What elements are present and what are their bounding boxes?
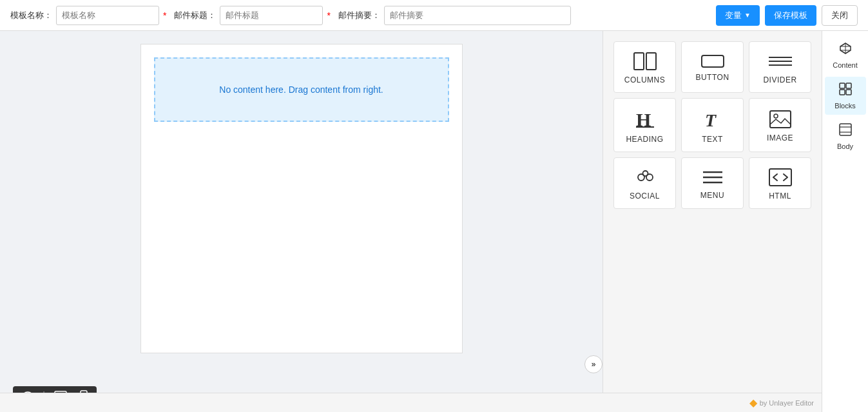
content-item-html[interactable]: HTML	[749, 157, 811, 209]
svg-rect-25	[840, 83, 845, 88]
social-icon	[633, 168, 657, 186]
image-icon	[769, 110, 791, 128]
svg-text:T: T	[705, 110, 717, 130]
unlayer-logo-icon: ◆	[749, 397, 757, 409]
divider-icon	[769, 52, 792, 70]
svg-rect-29	[840, 124, 851, 135]
menu-icon	[702, 169, 724, 186]
blocks-tab-icon	[838, 82, 853, 99]
blocks-tab-label: Blocks	[834, 102, 855, 110]
sidebar-tabs: Content Blocks	[822, 31, 868, 412]
body-tab-label: Body	[837, 142, 853, 150]
columns-icon	[633, 52, 657, 70]
content-item-menu[interactable]: MENU	[681, 157, 744, 209]
drop-hint-text: No content here. Drag content from right…	[219, 84, 383, 95]
content-item-text[interactable]: T TEXT	[681, 98, 744, 152]
canvas-content: No content here. Drag content from right…	[140, 44, 463, 353]
drop-zone[interactable]: No content here. Drag content from right…	[154, 57, 449, 122]
svg-rect-28	[846, 90, 851, 95]
heading-icon: H	[635, 109, 655, 130]
variable-button[interactable]: 变量 ▼	[716, 5, 760, 26]
variable-arrow-icon: ▼	[744, 12, 751, 19]
content-item-heading[interactable]: H HEADING	[613, 98, 676, 152]
body-tab-icon	[838, 123, 853, 140]
close-button[interactable]: 关闭	[822, 5, 858, 26]
tab-content[interactable]: Content	[825, 36, 866, 74]
top-bar: 模板名称： * 邮件标题： * 邮件摘要： 变量 ▼ 保存模板 关闭	[0, 0, 868, 31]
svg-rect-9	[702, 55, 724, 67]
content-item-divider[interactable]: DIVIDER	[749, 41, 811, 93]
image-label: IMAGE	[767, 133, 793, 142]
template-name-input[interactable]	[56, 6, 159, 25]
content-tab-label: Content	[833, 61, 858, 69]
menu-label: MENU	[700, 191, 724, 200]
svg-point-20	[642, 171, 648, 176]
content-item-button[interactable]: BUTTON	[681, 41, 744, 93]
template-name-required: *	[163, 10, 166, 21]
svg-rect-16	[770, 111, 791, 128]
content-tab-icon	[838, 41, 853, 59]
tab-blocks[interactable]: Blocks	[825, 77, 866, 115]
right-panel: COLUMNS BUTTON	[603, 31, 868, 412]
top-bar-actions: 变量 ▼ 保存模板 关闭	[716, 5, 858, 26]
svg-rect-7	[634, 53, 644, 70]
columns-label: COLUMNS	[624, 75, 666, 84]
content-item-image[interactable]: IMAGE	[749, 98, 811, 152]
content-item-social[interactable]: SOCIAL	[613, 157, 676, 209]
email-summary-input[interactable]	[384, 6, 571, 25]
email-subject-field: 邮件标题： *	[174, 6, 330, 25]
heading-label: HEADING	[626, 135, 663, 144]
html-label: HTML	[769, 191, 791, 201]
collapse-icon: »	[592, 360, 596, 369]
main-layout: No content here. Drag content from right…	[0, 31, 868, 412]
button-icon	[701, 55, 724, 68]
email-subject-required: *	[327, 10, 330, 21]
email-summary-field: 邮件摘要：	[338, 6, 571, 25]
template-name-field: 模板名称： *	[10, 6, 166, 25]
button-label: BUTTON	[695, 73, 729, 82]
canvas-area: No content here. Drag content from right…	[0, 31, 603, 412]
save-button[interactable]: 保存模板	[765, 5, 816, 26]
html-icon	[769, 168, 792, 186]
svg-rect-26	[846, 83, 851, 88]
svg-point-17	[774, 114, 778, 118]
divider-label: DIVIDER	[763, 75, 796, 84]
collapse-button[interactable]: »	[584, 355, 603, 373]
template-name-label: 模板名称：	[10, 10, 52, 21]
tab-body[interactable]: Body	[825, 117, 866, 155]
email-summary-label: 邮件摘要：	[338, 10, 380, 21]
text-icon: T	[702, 109, 723, 130]
content-panel: COLUMNS BUTTON	[603, 31, 822, 412]
unlayer-footer-text: by Unlayer Editor	[760, 399, 814, 407]
email-subject-label: 邮件标题：	[174, 10, 216, 21]
content-panel-grid: COLUMNS BUTTON	[613, 41, 811, 209]
email-subject-input[interactable]	[220, 6, 323, 25]
svg-rect-8	[646, 53, 656, 70]
svg-rect-27	[840, 90, 845, 95]
text-label: TEXT	[702, 135, 723, 144]
content-item-columns[interactable]: COLUMNS	[613, 41, 676, 93]
social-label: SOCIAL	[630, 191, 660, 201]
